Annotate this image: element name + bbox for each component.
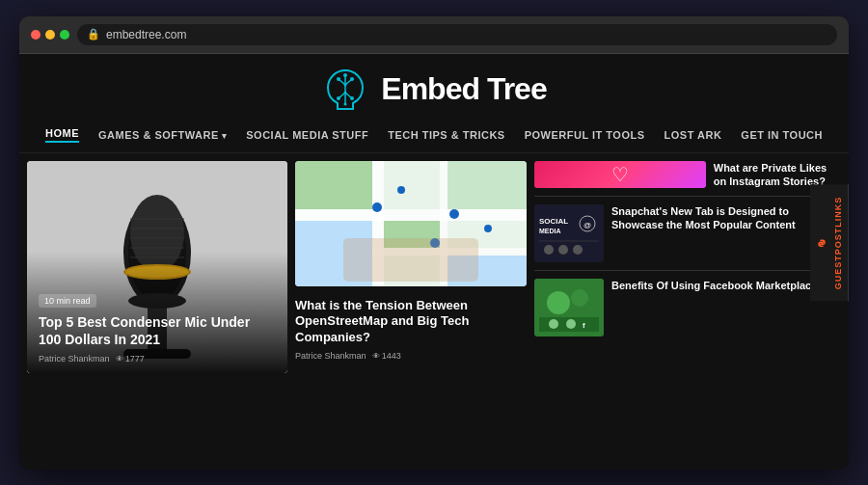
divider-1 — [534, 196, 841, 197]
svg-point-51 — [571, 289, 588, 307]
site-title: Embed Tree — [381, 71, 546, 107]
svg-point-50 — [547, 291, 570, 314]
svg-point-48 — [573, 245, 583, 255]
middle-author: Patrice Shankman — [295, 351, 366, 361]
website-content: Embed Tree HOME GAMES & SOFTWARE SOCIAL … — [19, 54, 849, 470]
guest-post-label: GUESTPOSTLINKS — [833, 196, 843, 289]
svg-point-53 — [549, 319, 558, 329]
svg-point-6 — [350, 96, 354, 100]
middle-main-image[interactable] — [295, 161, 527, 286]
featured-overlay: 10 min read Top 5 Best Condenser Mic Und… — [27, 252, 287, 372]
lock-icon: 🔒 — [87, 28, 100, 40]
site-nav: HOME GAMES & SOFTWARE SOCIAL MEDIA STUFF… — [39, 121, 829, 145]
svg-text:SOCIAL: SOCIAL — [539, 217, 568, 226]
middle-article-text: What is the Tension Between OpenStreetMa… — [295, 294, 527, 462]
right-sidebar: ♡ What are Private Likes on Instagram St… — [534, 161, 841, 462]
svg-point-46 — [544, 245, 554, 255]
sidebar-thumb-3: f — [534, 279, 604, 337]
nav-tech-tips[interactable]: TECH TIPS & TRICKS — [388, 129, 504, 141]
link-icon — [815, 236, 828, 250]
middle-views: 1443 — [372, 351, 401, 361]
svg-point-1 — [344, 83, 347, 86]
guest-post-tab[interactable]: GUESTPOSTLINKS — [810, 184, 849, 301]
svg-point-36 — [449, 209, 459, 219]
sidebar-thumb-2: SOCIAL MEDIA @ — [534, 204, 604, 262]
svg-point-0 — [343, 73, 347, 77]
site-logo: Embed Tree — [321, 66, 546, 114]
nav-home[interactable]: HOME — [45, 127, 79, 143]
snapchat-image: SOCIAL MEDIA @ — [534, 204, 604, 262]
svg-point-34 — [372, 202, 382, 212]
nav-lost-ark[interactable]: LOST ARK — [665, 129, 722, 141]
svg-point-54 — [566, 319, 576, 329]
sidebar-article-3[interactable]: f Benefits Of Using Facebook Marketplace — [534, 279, 841, 337]
svg-point-38 — [484, 225, 492, 232]
svg-rect-31 — [448, 161, 527, 209]
close-button[interactable] — [31, 30, 41, 40]
url-text: embedtree.com — [106, 28, 186, 41]
sidebar-thumb-1: ♡ — [534, 161, 706, 189]
svg-point-3 — [350, 77, 354, 81]
sidebar-title-3: Benefits Of Using Facebook Marketplace — [611, 279, 817, 292]
map-image — [295, 161, 527, 286]
featured-article-meta: Patrice Shankman 1777 — [39, 354, 276, 364]
nav-social-media[interactable]: SOCIAL MEDIA STUFF — [246, 129, 368, 141]
logo-icon — [321, 66, 369, 114]
middle-column: What is the Tension Between OpenStreetMa… — [295, 161, 527, 462]
main-content: 10 min read Top 5 Best Condenser Mic Und… — [19, 153, 849, 470]
svg-text:f: f — [583, 321, 585, 330]
featured-author: Patrice Shankman — [39, 354, 110, 364]
maximize-button[interactable] — [60, 30, 69, 40]
svg-rect-25 — [295, 209, 527, 221]
sidebar-article-2[interactable]: SOCIAL MEDIA @ Snapchat's New Tab is Des… — [534, 204, 841, 262]
divider-2 — [534, 270, 841, 271]
svg-point-37 — [397, 186, 405, 194]
heart-icon: ♡ — [611, 165, 629, 184]
site-header: Embed Tree HOME GAMES & SOFTWARE SOCIAL … — [19, 54, 849, 153]
sidebar-title-2: Snapchat's New Tab is Designed to Showca… — [611, 204, 841, 232]
svg-rect-29 — [295, 161, 372, 209]
svg-rect-39 — [343, 238, 478, 282]
nav-get-in-touch[interactable]: GET IN TOUCH — [741, 129, 823, 141]
middle-article-title[interactable]: What is the Tension Between OpenStreetMa… — [295, 298, 527, 347]
read-time-badge: 10 min read — [39, 294, 96, 308]
address-bar[interactable]: 🔒 embedtree.com — [77, 24, 837, 45]
browser-window: 🔒 embedtree.com — [19, 16, 849, 470]
minimize-button[interactable] — [45, 30, 55, 40]
svg-point-2 — [337, 77, 340, 81]
svg-point-7 — [344, 102, 347, 105]
featured-article[interactable]: 10 min read Top 5 Best Condenser Mic Und… — [27, 161, 287, 373]
svg-point-47 — [558, 245, 568, 255]
nav-it-tools[interactable]: POWERFUL IT TOOLS — [525, 129, 645, 141]
svg-point-5 — [337, 96, 340, 100]
svg-text:@: @ — [583, 221, 591, 229]
window-controls — [31, 30, 69, 40]
sidebar-article-1[interactable]: ♡ What are Private Likes on Instagram St… — [534, 161, 841, 189]
browser-chrome: 🔒 embedtree.com — [19, 16, 849, 54]
svg-text:MEDIA: MEDIA — [539, 228, 561, 234]
facebook-image: f — [534, 279, 604, 337]
svg-point-4 — [344, 91, 347, 94]
featured-views: 1777 — [116, 354, 145, 364]
featured-title: Top 5 Best Condenser Mic Under 100 Dolla… — [39, 313, 276, 348]
middle-article-meta: Patrice Shankman 1443 — [295, 351, 527, 361]
nav-games-software[interactable]: GAMES & SOFTWARE — [98, 129, 227, 141]
